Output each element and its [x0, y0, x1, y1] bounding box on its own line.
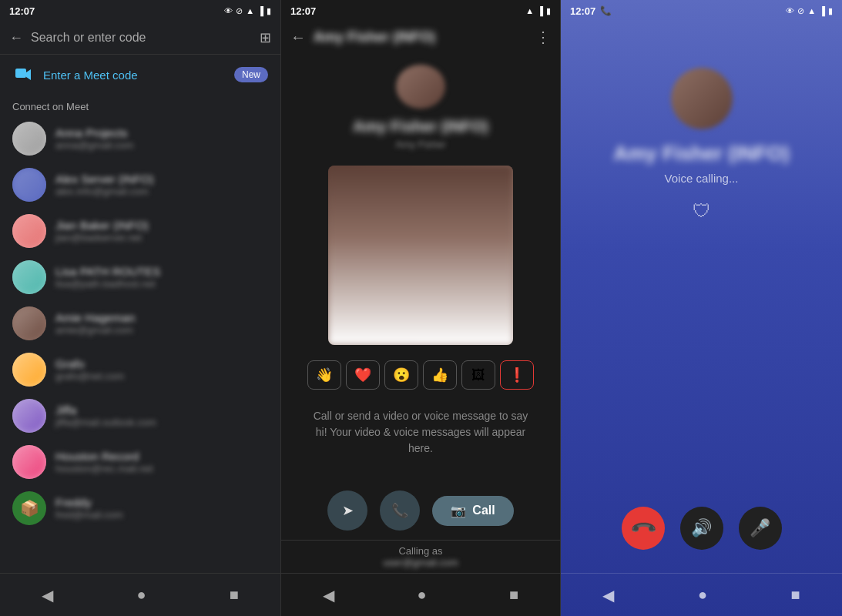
- avatar: [12, 445, 46, 479]
- contact-sub: fred@mail.com: [55, 509, 268, 521]
- contact-info: Houston Record houston@rec.mail.net: [55, 450, 268, 474]
- emoji-wave-btn[interactable]: 👋: [307, 360, 341, 390]
- video-call-button[interactable]: 📷 Call: [432, 496, 513, 526]
- meet-code-row[interactable]: Enter a Meet code New: [0, 55, 280, 95]
- contact-list: Anna Projects anna@gmail.com Alex Server…: [0, 116, 280, 573]
- time-mid: 12:07: [290, 5, 316, 17]
- contact-name: Jiffa: [55, 403, 268, 417]
- call-actions: ➤ 📞 📷 Call: [281, 481, 560, 540]
- nav-bar-mid: ◀ ● ■: [281, 573, 560, 616]
- contact-name: Jian Baker (INFO): [55, 219, 268, 232]
- more-options-icon[interactable]: ⋮: [535, 28, 551, 46]
- list-item[interactable]: 📦 Freddy fred@mail.com: [0, 485, 280, 531]
- home-nav-btn[interactable]: ●: [130, 580, 152, 610]
- back-nav-btn-mid[interactable]: ◀: [317, 580, 340, 611]
- speaker-button[interactable]: 🔊: [680, 507, 723, 550]
- contact-name: Alex Server (INFO): [55, 172, 268, 186]
- time-phone-group: 12:07 📞: [570, 5, 612, 17]
- voice-call-contact-name: Amy Fisher (INFO): [613, 142, 789, 166]
- contact-sub: lisa@path.badhost.net: [55, 278, 268, 290]
- avatar: [12, 260, 46, 294]
- status-icons-mid: ▲ ▐ ▮: [525, 6, 551, 16]
- status-icons-left: 👁 ⊘ ▲ ▐ ▮: [224, 6, 271, 16]
- meet-code-label[interactable]: Enter a Meet code: [43, 69, 225, 82]
- emoji-thumbsup-btn[interactable]: 👍: [423, 360, 457, 390]
- calling-as-id: user@gmail.com: [383, 557, 458, 568]
- emoji-row: 👋 ❤️ 😮 👍 🖼 ❗: [307, 360, 534, 390]
- mute-button[interactable]: 🎤: [739, 507, 782, 550]
- home-nav-btn-mid[interactable]: ●: [411, 580, 432, 610]
- list-item[interactable]: Houston Record houston@rec.mail.net: [0, 439, 280, 485]
- avatar: [12, 306, 46, 340]
- eye-icon: 👁: [224, 6, 233, 15]
- chat-contact-name-large: Amy Fisher (INFO): [353, 118, 488, 136]
- calling-as-label: Calling as: [398, 545, 442, 557]
- time-right: 12:07: [570, 5, 595, 17]
- new-badge: New: [234, 67, 268, 82]
- list-item[interactable]: Alex Server (INFO) alex.info@gmail.com: [0, 162, 280, 208]
- end-call-button[interactable]: 📞: [612, 497, 673, 558]
- contact-name: Lisa PATH ROUTES: [55, 265, 268, 278]
- list-item[interactable]: Lisa PATH ROUTES lisa@path.badhost.net: [0, 254, 280, 300]
- list-item[interactable]: Jiffa jiffa@mail.outlook.com: [0, 393, 280, 439]
- battery-icon-right: ▮: [828, 6, 833, 16]
- wifi-icon-mid: ▲: [525, 6, 534, 15]
- dnd-icon-right: ⊘: [797, 6, 804, 16]
- signal-icon-right: ▐: [819, 6, 825, 15]
- search-input[interactable]: Search or enter code: [31, 31, 252, 45]
- contact-sub: alex.info@gmail.com: [55, 186, 268, 197]
- contact-info: Jiffa jiffa@mail.outlook.com: [55, 403, 268, 428]
- contact-sub: grafo@net.com: [55, 370, 268, 382]
- contact-info: Alex Server (INFO) alex.info@gmail.com: [55, 172, 268, 197]
- wifi-icon-right: ▲: [807, 6, 816, 15]
- meet-icon: [12, 64, 34, 85]
- status-bar-left: 12:07 👁 ⊘ ▲ ▐ ▮: [0, 0, 280, 22]
- contact-name: Anna Projects: [55, 126, 268, 139]
- nav-bar-left: ◀ ● ■: [0, 573, 280, 616]
- back-button-mid[interactable]: ←: [290, 28, 306, 46]
- voice-call-avatar: [671, 68, 733, 129]
- emoji-exclaim-btn[interactable]: ❗: [500, 360, 534, 390]
- voice-call-controls: 📞 🔊 🎤: [561, 491, 842, 573]
- chat-hint: Call or send a video or voice message to…: [294, 396, 548, 469]
- panel-contacts: 12:07 👁 ⊘ ▲ ▐ ▮ ← Search or enter code ⊞…: [0, 0, 280, 616]
- signal-icon: ▐: [257, 6, 263, 15]
- back-nav-btn[interactable]: ◀: [35, 580, 59, 611]
- contact-info: Lisa PATH ROUTES lisa@path.badhost.net: [55, 265, 268, 290]
- search-bar[interactable]: ← Search or enter code ⊞: [0, 22, 280, 55]
- back-icon[interactable]: ←: [9, 30, 23, 46]
- chat-body: Amy Fisher (INFO) Amy Fisher 👋 ❤️ 😮 👍 🖼 …: [281, 52, 560, 481]
- contact-info: Jian Baker (INFO) jian@badserver.net: [55, 219, 268, 243]
- contact-name: Houston Record: [55, 450, 268, 463]
- emoji-image-btn[interactable]: 🖼: [461, 360, 495, 390]
- emoji-heart-btn[interactable]: ❤️: [346, 360, 380, 390]
- contact-sub: jian@badserver.net: [55, 232, 268, 243]
- send-message-button[interactable]: ➤: [327, 490, 367, 531]
- voice-call-button[interactable]: 📞: [380, 490, 420, 531]
- avatar: [12, 168, 46, 202]
- phone-icon-status: 📞: [600, 5, 612, 16]
- list-item[interactable]: Grafo grafo@net.com: [0, 346, 280, 393]
- list-item[interactable]: Anna Projects anna@gmail.com: [0, 116, 280, 162]
- home-nav-btn-right[interactable]: ●: [698, 586, 707, 604]
- list-item[interactable]: Jian Baker (INFO) jian@badserver.net: [0, 208, 280, 254]
- list-item[interactable]: Amie Hageman amie@gmail.com: [0, 300, 280, 346]
- recents-nav-btn-right[interactable]: ■: [791, 586, 800, 604]
- dnd-icon: ⊘: [236, 6, 243, 16]
- avatar: [12, 214, 46, 248]
- status-bar-right: 12:07 📞 👁 ⊘ ▲ ▐ ▮: [561, 0, 842, 22]
- contact-info: Anna Projects anna@gmail.com: [55, 126, 268, 151]
- eye-icon-right: 👁: [786, 6, 794, 15]
- grid-icon[interactable]: ⊞: [260, 29, 271, 46]
- contact-name: Amie Hageman: [55, 311, 268, 324]
- contact-sub: anna@gmail.com: [55, 139, 268, 151]
- status-bar-mid: 12:07 ▲ ▐ ▮: [281, 0, 560, 22]
- back-nav-btn-right[interactable]: ◀: [602, 586, 614, 604]
- avatar: 📦: [12, 491, 46, 525]
- chat-contact-sub: Amy Fisher: [395, 139, 446, 150]
- svg-rect-0: [15, 69, 26, 78]
- time-left: 12:07: [9, 5, 35, 17]
- emoji-wow-btn[interactable]: 😮: [384, 360, 418, 390]
- recents-nav-btn[interactable]: ■: [223, 580, 245, 610]
- recents-nav-btn-mid[interactable]: ■: [503, 580, 525, 610]
